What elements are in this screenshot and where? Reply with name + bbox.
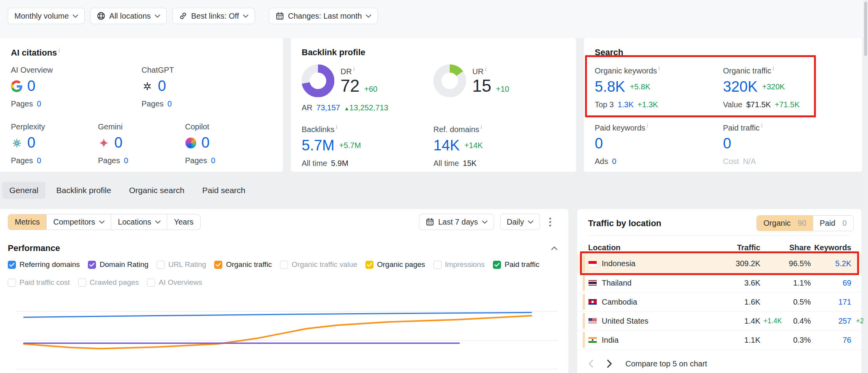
previous-page-arrow-icon[interactable] [588, 359, 594, 368]
locations-filter-button[interactable]: All locations [90, 8, 167, 24]
organic-keywords-count-link[interactable]: 5.8K [595, 79, 625, 95]
info-icon[interactable]: i [658, 65, 660, 71]
checkbox-paid-traffic[interactable]: Paid traffic [493, 260, 539, 269]
check-icon [494, 263, 499, 267]
checkbox-crawled-pages[interactable]: Crawled pages [78, 278, 139, 287]
info-icon[interactable]: i [481, 124, 482, 130]
filter-label: All locations [109, 12, 151, 21]
tab-backlink-profile[interactable]: Backlink profile [49, 182, 118, 199]
info-icon[interactable]: i [647, 122, 648, 129]
ahrefs-rank-link[interactable]: 73,157 [316, 103, 340, 112]
check-icon [367, 263, 372, 267]
info-icon[interactable]: i [485, 66, 486, 72]
keywords-link[interactable]: 257 [838, 317, 851, 325]
granularity-button[interactable]: Daily [500, 214, 540, 230]
info-icon[interactable]: i [336, 124, 337, 130]
years-button[interactable]: Years [167, 214, 200, 230]
info-icon[interactable]: i [773, 65, 774, 71]
more-options-kebab-button[interactable] [546, 214, 554, 230]
best-links-filter-button[interactable]: Best links: Off [172, 8, 255, 24]
checkbox-box [88, 261, 96, 269]
compare-top5-label[interactable]: Compare top 5 on chart [625, 359, 707, 368]
collapse-chevron-up-icon[interactable] [551, 246, 557, 250]
info-icon[interactable]: i [761, 122, 762, 129]
ai-overview-count[interactable]: 0 [27, 78, 35, 94]
report-tabs: General Backlink profile Organic search … [2, 182, 252, 199]
competitors-button[interactable]: Competitors [46, 214, 112, 230]
cambodia-flag-icon [588, 299, 597, 305]
location-row-united-states[interactable]: United States 1.4K+1.4K 0.4% 257+255 [577, 311, 861, 330]
next-page-arrow-icon[interactable] [607, 359, 612, 368]
checkbox-organic-traffic-value[interactable]: Organic traffic value [280, 260, 357, 269]
location-table-header: Location Traffic Share Keywords [577, 241, 861, 254]
organic-toggle-button[interactable]: Organic90 [756, 215, 813, 231]
copilot-count[interactable]: 0 [201, 135, 210, 151]
info-icon[interactable]: i [59, 47, 60, 54]
pages-link[interactable]: 0 [37, 156, 41, 165]
referring-domains-line [24, 312, 531, 317]
checkbox-organic-traffic[interactable]: Organic traffic [214, 260, 272, 269]
location-row-indonesia[interactable]: Indonesia 309.2K 96.5% 5.2K [577, 254, 861, 273]
locations-button[interactable]: Locations [111, 214, 168, 230]
top3-link[interactable]: 1.3K [618, 100, 634, 109]
search-title: Search [595, 47, 851, 58]
location-row-cambodia[interactable]: Cambodia 1.6K 0.5% 171 [577, 292, 861, 311]
perplexity-count[interactable]: 0 [27, 135, 35, 151]
checkbox-domain-rating[interactable]: Domain Rating [88, 260, 148, 269]
checkbox-referring-domains[interactable]: Referring domains [8, 260, 80, 269]
date-range-button[interactable]: Last 7 days [419, 214, 494, 230]
chevron-down-icon [155, 220, 161, 224]
backlink-profile-title: Backlink profile [302, 47, 565, 58]
checkbox-box [433, 261, 442, 269]
scrollbar-track[interactable] [863, 0, 868, 373]
pages-link[interactable]: 0 [124, 156, 128, 165]
changes-period-filter-button[interactable]: Changes: Last month [269, 8, 378, 24]
scrollbar-thumb[interactable] [864, 2, 867, 56]
ar-delta: ▲13,252,713 [344, 103, 388, 112]
ref-domains-metric: Ref. domainsi 14K+14K All time15K [433, 124, 565, 168]
paid-keywords-count[interactable]: 0 [595, 136, 603, 152]
check-icon [9, 263, 14, 267]
chatgpt-count[interactable]: 0 [158, 78, 166, 94]
checkbox-organic-pages[interactable]: Organic pages [365, 260, 425, 269]
ai-citations-title: AI citationsi [11, 47, 272, 58]
keywords-link[interactable]: 76 [843, 336, 851, 344]
checkbox-impressions[interactable]: Impressions [433, 260, 485, 269]
pages-link[interactable]: 0 [37, 99, 41, 108]
ref-domains-count-link[interactable]: 14K [433, 138, 460, 153]
gemini-count[interactable]: 0 [114, 135, 122, 151]
backlinks-count-link[interactable]: 5.7M [302, 138, 334, 153]
calendar-icon [276, 12, 284, 20]
checkbox-paid-traffic-cost[interactable]: Paid traffic cost [8, 278, 70, 287]
paid-traffic-count[interactable]: 0 [723, 136, 731, 152]
monthly-volume-filter-button[interactable]: Monthly volume [8, 8, 85, 24]
chevron-down-icon [73, 14, 78, 18]
ads-link[interactable]: 0 [612, 157, 616, 166]
location-row-thailand[interactable]: Thailand 3.6K 1.1% 69 [577, 273, 861, 292]
tab-general[interactable]: General [2, 182, 45, 199]
chevron-down-icon [482, 220, 487, 224]
location-table-rows: Indonesia 309.2K 96.5% 5.2K Thailand 3.6… [577, 254, 861, 350]
india-flag-icon [588, 337, 597, 343]
organic-paid-toggle: Organic90 Paid0 [756, 215, 854, 231]
pages-link[interactable]: 0 [211, 156, 215, 165]
copilot-logo-icon [185, 137, 197, 149]
pages-link[interactable]: 0 [168, 99, 172, 108]
chart-controls: Metrics Competitors Locations Years Last… [8, 214, 554, 230]
dr-delta: +60 [364, 85, 377, 94]
keywords-link[interactable]: 171 [838, 298, 851, 306]
tab-organic-search[interactable]: Organic search [122, 182, 191, 199]
organic-traffic-count-link[interactable]: 320K [723, 79, 758, 95]
keywords-link[interactable]: 5.2K [835, 259, 851, 268]
checkbox-ai-overviews[interactable]: AI Overviews [147, 278, 202, 287]
info-icon[interactable]: i [353, 66, 355, 72]
tab-paid-search[interactable]: Paid search [195, 182, 252, 199]
performance-panel: Metrics Competitors Locations Years Last… [0, 209, 568, 373]
keywords-link[interactable]: 69 [843, 279, 851, 287]
checkbox-url-rating[interactable]: URL Rating [157, 260, 206, 269]
paid-toggle-button[interactable]: Paid0 [813, 215, 854, 231]
location-row-india[interactable]: India 1.1K 0.3% 76 [577, 330, 861, 349]
openai-logo-icon [141, 80, 153, 92]
chevron-down-icon [528, 220, 533, 224]
metrics-button[interactable]: Metrics [8, 214, 47, 230]
